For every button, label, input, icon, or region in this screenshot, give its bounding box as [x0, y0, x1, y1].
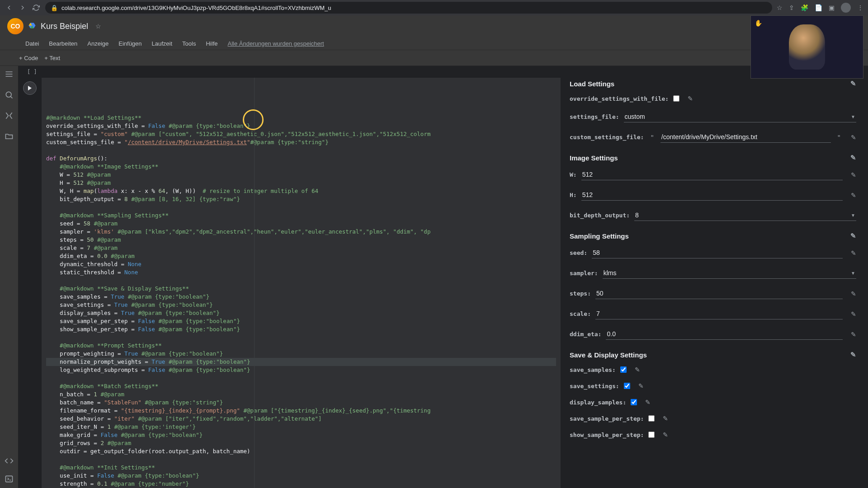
edit-icon[interactable]: ✎ — [688, 95, 693, 102]
bookmark-icon[interactable]: ☆ — [777, 4, 783, 11]
webcam-overlay: ✋ — [750, 15, 863, 79]
extensions-icon[interactable]: 🧩 — [801, 4, 808, 11]
select-bit-depth[interactable]: 8▼ — [634, 210, 856, 221]
label-steps: steps: — [570, 290, 591, 297]
edit-icon[interactable]: ✎ — [851, 192, 856, 199]
forward-button[interactable] — [18, 3, 27, 12]
section-image-settings: Image Settings — [570, 154, 618, 162]
colab-header: CO Kurs Beispiel ☆ — [0, 15, 868, 37]
add-code-button[interactable]: + Code — [19, 55, 38, 61]
profile-avatar[interactable] — [841, 3, 851, 13]
menu-hilfe[interactable]: Hilfe — [206, 40, 217, 47]
menu-anzeige[interactable]: Anzeige — [87, 40, 108, 47]
input-ddim-eta[interactable] — [606, 328, 843, 340]
webcam-person — [789, 24, 825, 70]
label-display-samples: display_samples: — [570, 399, 626, 406]
edit-icon[interactable]: ✎ — [850, 154, 856, 162]
reload-button[interactable] — [32, 3, 41, 12]
label-seed: seed: — [570, 249, 587, 256]
edit-icon[interactable]: ✎ — [851, 134, 856, 141]
checkbox-show-sample-per-step[interactable] — [648, 432, 655, 438]
label-ddim-eta: ddim_eta: — [570, 331, 601, 338]
search-icon[interactable] — [5, 90, 14, 99]
checkbox-save-settings[interactable] — [624, 383, 630, 389]
label-sampler: sampler: — [570, 270, 598, 277]
variables-icon[interactable] — [5, 111, 14, 120]
edit-icon[interactable]: ✎ — [663, 431, 668, 438]
edit-icon[interactable]: ✎ — [851, 331, 856, 338]
checkbox-save-sample-per-step[interactable] — [648, 415, 655, 422]
drive-doc-icon — [28, 22, 36, 30]
lock-icon: 🔒 — [51, 5, 58, 11]
label-scale: scale: — [570, 310, 591, 317]
menu-icon[interactable]: ⋮ — [857, 4, 863, 11]
edit-icon[interactable]: ✎ — [635, 366, 640, 373]
document-title[interactable]: Kurs Beispiel — [41, 22, 88, 31]
chevron-down-icon: ▼ — [851, 114, 855, 119]
input-scale[interactable] — [595, 308, 843, 319]
share-icon[interactable]: ⇪ — [789, 4, 794, 11]
input-seed[interactable] — [592, 247, 843, 258]
edit-icon[interactable]: ✎ — [851, 310, 856, 318]
menu-tools[interactable]: Tools — [182, 40, 196, 47]
edit-icon[interactable]: ✎ — [850, 351, 856, 359]
left-rail — [0, 66, 18, 488]
section-load-settings: Load Settings — [570, 80, 614, 88]
menu-bearbeiten[interactable]: Bearbeiten — [49, 40, 77, 47]
select-settings-file[interactable]: custom▼ — [624, 111, 856, 122]
input-h[interactable] — [581, 189, 843, 201]
input-custom-settings[interactable] — [660, 131, 831, 143]
input-steps[interactable] — [595, 288, 843, 299]
label-settings-file: settings_file: — [570, 113, 619, 120]
url-text: colab.research.google.com/drive/13G9KHyM… — [61, 5, 331, 11]
toc-icon[interactable] — [5, 70, 14, 79]
section-sampling-settings: Sampling Settings — [570, 232, 629, 240]
form-panel: Load Settings✎ override_settings_with_fi… — [561, 66, 868, 488]
section-save-display: Save & Display Settings — [570, 351, 647, 359]
run-cell-button[interactable] — [23, 81, 37, 95]
files-icon[interactable] — [5, 132, 14, 141]
ruler-line — [254, 78, 255, 488]
edit-icon[interactable]: ✎ — [851, 290, 856, 297]
edit-icon[interactable]: ✎ — [638, 382, 644, 389]
code-editor[interactable]: #@markdown **Load Settings**override_set… — [42, 78, 561, 488]
browser-bar: 🔒 colab.research.google.com/drive/13G9KH… — [0, 0, 868, 15]
checkbox-save-samples[interactable] — [620, 366, 627, 373]
edit-icon[interactable]: ✎ — [850, 80, 856, 88]
url-bar[interactable]: 🔒 colab.research.google.com/drive/13G9KH… — [45, 2, 772, 14]
cell-prefix: [ ] — [18, 66, 561, 78]
input-w[interactable] — [581, 169, 843, 180]
hand-icon: ✋ — [755, 19, 762, 27]
select-sampler[interactable]: klms▼ — [603, 267, 856, 279]
menu-einfuegen[interactable]: Einfügen — [118, 40, 142, 47]
edit-icon[interactable]: ✎ — [645, 399, 651, 406]
menu-laufzeit[interactable]: Laufzeit — [152, 40, 173, 47]
edit-icon[interactable]: ✎ — [851, 171, 856, 178]
label-h: H: — [570, 192, 577, 198]
edit-icon[interactable]: ✎ — [850, 232, 856, 240]
label-bit-depth: bit_depth_output: — [570, 212, 630, 219]
chevron-down-icon: ▼ — [851, 271, 855, 276]
chevron-down-icon: ▼ — [851, 213, 855, 218]
colab-logo-icon[interactable]: CO — [7, 18, 24, 34]
svg-point-0 — [6, 92, 11, 97]
checkbox-display-samples[interactable] — [631, 399, 637, 405]
edit-icon[interactable]: ✎ — [851, 249, 856, 257]
menu-datei[interactable]: Datei — [25, 40, 39, 47]
toolbar: + Code + Text — [0, 50, 868, 66]
reading-list-icon[interactable]: 📄 — [815, 4, 822, 11]
checkbox-override[interactable] — [673, 95, 679, 102]
star-icon[interactable]: ☆ — [95, 23, 101, 30]
label-show-sample-per-step: show_sample_per_step: — [570, 432, 644, 438]
label-save-settings: save_settings: — [570, 383, 619, 389]
svg-line-1 — [10, 96, 12, 98]
code-snippets-icon[interactable] — [5, 456, 14, 465]
tabs-icon[interactable]: ▣ — [829, 4, 835, 11]
edit-icon[interactable]: ✎ — [663, 415, 668, 422]
menu-bar: Datei Bearbeiten Anzeige Einfügen Laufze… — [0, 37, 868, 50]
back-button[interactable] — [5, 3, 14, 12]
terminal-icon[interactable] — [5, 474, 14, 483]
save-status[interactable]: Alle Änderungen wurden gespeichert — [227, 40, 324, 47]
label-save-samples: save_samples: — [570, 366, 616, 373]
add-text-button[interactable]: + Text — [44, 55, 60, 61]
